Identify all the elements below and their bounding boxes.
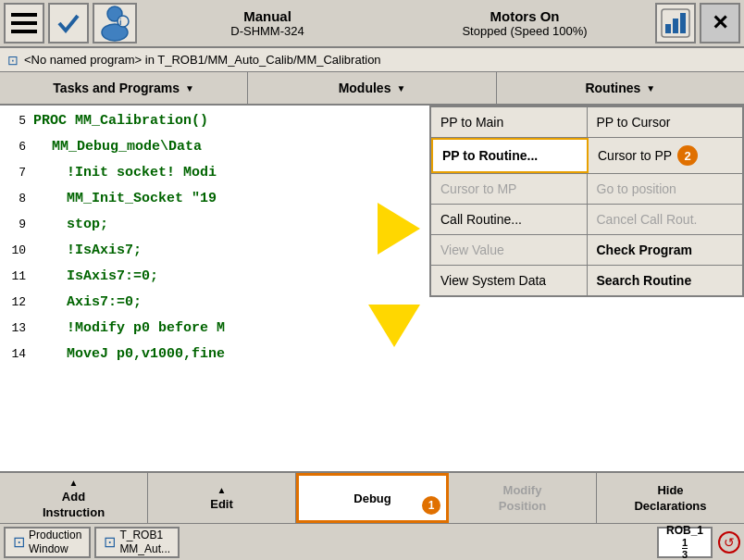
nav-modules-label: Modules	[339, 81, 391, 95]
network-icon-button[interactable]	[655, 3, 696, 44]
context-menu-row-5: View Value Check Program	[431, 235, 742, 266]
search-routine-button[interactable]: Search Routine	[588, 266, 743, 295]
frac-numerator: 1	[682, 537, 688, 549]
status-line1: Manual	[141, 8, 394, 24]
checkmark-button[interactable]	[48, 3, 89, 44]
trob-button[interactable]: ⊡ T_ROB1MM_Aut...	[94, 527, 180, 558]
trob-label: T_ROB1MM_Aut...	[119, 529, 170, 555]
debug-badge: 1	[422, 496, 440, 515]
nav-tasks-label: Tasks and Programs	[53, 81, 180, 95]
debug-button[interactable]: Debug 1	[296, 473, 449, 523]
add-arrow-icon: ▲	[69, 478, 79, 488]
play-arrow-indicator	[378, 203, 420, 255]
modify-position-label2: Position	[499, 499, 546, 513]
frac-denominator: 3	[682, 549, 688, 560]
debug-label: Debug	[353, 492, 391, 505]
bottom-toolbar: ▲ Add Instruction ▲ Edit Debug 1 Modify …	[0, 471, 744, 523]
edit-arrow-icon: ▲	[217, 485, 227, 495]
trob-icon: ⊡	[104, 533, 116, 551]
context-menu-row-1: PP to Main PP to Cursor	[431, 107, 742, 138]
production-label: ProductionWindow	[29, 529, 81, 555]
status-center: Manual D-SHMM-324	[141, 8, 394, 38]
motors-line2: Stopped (Speed 100%)	[398, 24, 651, 38]
breadcrumb-icon: ⊡	[7, 53, 19, 68]
svg-rect-10	[680, 13, 686, 33]
main-content: 5 PROC MM_Calibration() 6 MM_Debug_mode\…	[0, 106, 744, 471]
svg-rect-0	[11, 13, 37, 17]
add-instruction-label2: Instruction	[43, 505, 105, 519]
view-system-data-button[interactable]: View System Data	[431, 266, 588, 295]
nav-modules[interactable]: Modules ▼	[248, 72, 496, 104]
pp-to-routine-button[interactable]: PP to Routine...	[431, 138, 589, 173]
modules-dropdown-arrow: ▼	[396, 83, 405, 93]
breadcrumb: ⊡ <No named program> in T_ROB1/MM_Auto_C…	[0, 48, 744, 72]
hide-declarations-button[interactable]: Hide Declarations	[597, 473, 744, 523]
cursor-to-pp-badge: 2	[677, 145, 698, 166]
device-id: D-SHMM-324	[141, 24, 394, 38]
nav-routines[interactable]: Routines ▼	[497, 72, 744, 104]
pp-to-main-button[interactable]: PP to Main	[431, 107, 588, 137]
context-menu-row-6: View System Data Search Routine	[431, 266, 742, 295]
status-left: ⊡ ProductionWindow ⊡ T_ROB1MM_Aut...	[4, 527, 180, 558]
modify-position-button[interactable]: Modify Position	[449, 473, 597, 523]
context-menu: PP to Main PP to Cursor PP to Routine...…	[429, 106, 744, 297]
add-instruction-button[interactable]: ▲ Add Instruction	[0, 473, 148, 523]
status-bar: ⊡ ProductionWindow ⊡ T_ROB1MM_Aut... ROB…	[0, 523, 744, 560]
top-bar: i Manual D-SHMM-324 Motors On Stopped (S…	[0, 0, 744, 48]
rob-name: ROB_1	[666, 524, 703, 537]
status-right: ROB_1 1 3 ↺	[657, 527, 740, 558]
cancel-call-routine-button[interactable]: Cancel Call Rout.	[588, 205, 743, 234]
call-routine-button[interactable]: Call Routine...	[431, 205, 588, 234]
pp-to-cursor-button[interactable]: PP to Cursor	[588, 107, 743, 137]
breadcrumb-text: <No named program> in T_ROB1/MM_Auto_Cal…	[24, 53, 381, 67]
cursor-to-mp-button[interactable]: Cursor to MP	[431, 174, 588, 204]
production-window-button[interactable]: ⊡ ProductionWindow	[4, 527, 91, 558]
hide-declarations-label2: Declarations	[634, 499, 706, 513]
view-value-button[interactable]: View Value	[431, 235, 588, 265]
nav-bar: Tasks and Programs ▼ Modules ▼ Routines …	[0, 72, 744, 106]
rob-badge: ROB_1 1 3	[657, 527, 713, 558]
tasks-dropdown-arrow: ▼	[185, 83, 194, 93]
context-menu-row-2: PP to Routine... Cursor to PP 2	[431, 138, 742, 174]
context-menu-row-4: Call Routine... Cancel Call Rout.	[431, 205, 742, 235]
fraction-display: 1 3	[682, 537, 688, 560]
go-to-position-button[interactable]: Go to position	[588, 174, 743, 204]
edit-label: Edit	[210, 497, 233, 511]
nav-tasks[interactable]: Tasks and Programs ▼	[0, 72, 248, 104]
operator-button[interactable]: i	[93, 3, 137, 44]
check-program-button[interactable]: Check Program	[588, 235, 743, 265]
highlighted-code: MM_Debug_mode\Data	[52, 139, 202, 155]
hide-declarations-label: Hide	[657, 483, 683, 497]
edit-button[interactable]: ▲ Edit	[148, 473, 296, 523]
menu-button[interactable]	[4, 3, 44, 44]
cursor-to-pp-button[interactable]: Cursor to PP 2	[589, 138, 742, 173]
svg-rect-2	[11, 30, 37, 33]
svg-rect-1	[11, 21, 37, 25]
play-arrow-down	[368, 305, 420, 347]
svg-rect-9	[673, 19, 678, 33]
context-menu-row-3: Cursor to MP Go to position	[431, 174, 742, 205]
production-icon: ⊡	[13, 533, 25, 551]
add-instruction-label: Add	[62, 490, 85, 504]
motors-line1: Motors On	[398, 8, 651, 24]
close-button[interactable]: ✕	[700, 3, 740, 44]
routines-dropdown-arrow: ▼	[646, 83, 655, 93]
svg-rect-8	[665, 24, 671, 33]
cycle-icon: ↺	[718, 531, 740, 554]
svg-text:i: i	[119, 18, 122, 27]
nav-routines-label: Routines	[585, 81, 640, 95]
modify-position-label: Modify	[503, 483, 542, 497]
